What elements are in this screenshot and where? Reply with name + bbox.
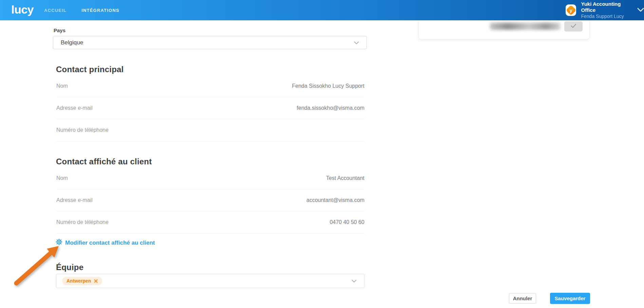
field-label: Nom — [56, 175, 68, 181]
gear-icon — [56, 239, 62, 247]
table-row: Adresse e-mail fenda.sissokho@visma.com — [56, 97, 364, 119]
confirm-check-button[interactable] — [564, 21, 583, 32]
field-value: Test Accountant — [326, 175, 364, 181]
field-value: fenda.sissokho@visma.com — [297, 105, 364, 111]
nav-item-accueil[interactable]: ACCUEIL — [44, 8, 67, 13]
section-title-equipe: Équipe — [56, 263, 367, 272]
check-icon — [571, 24, 576, 29]
chevron-down-icon — [637, 7, 644, 13]
cancel-button[interactable]: Annuler — [509, 293, 536, 304]
account-org-name: Yuki Accounting Office — [581, 1, 632, 14]
avatar: y — [566, 4, 576, 16]
field-value: 0470 40 50 60 — [330, 219, 364, 225]
account-user-name: Fenda Support Lucy — [581, 14, 632, 20]
section-title-contact-principal: Contact principal — [56, 65, 367, 74]
pays-label: Pays — [54, 27, 367, 33]
redacted-value-blur — [490, 23, 560, 30]
contact-principal-rows: Nom Fenda Sissokho Lucy Support Adresse … — [56, 75, 364, 141]
form-actions: Annuler Sauvegarder — [509, 293, 590, 304]
table-row: Adresse e-mail accountant@visma.com — [56, 189, 364, 211]
modify-contact-link[interactable]: Modifier contact affiché au client — [56, 239, 155, 247]
nav-item-integrations[interactable]: INTÉGRATIONS — [81, 8, 119, 13]
chevron-down-icon — [352, 278, 357, 284]
lucy-logo: lucy — [11, 3, 34, 16]
main-nav: ACCUEIL INTÉGRATIONS — [44, 0, 119, 20]
pays-select-value: Belgique — [61, 39, 83, 46]
remove-tag-icon[interactable] — [94, 279, 98, 283]
account-menu[interactable]: y Yuki Accounting Office Fenda Support L… — [566, 0, 644, 20]
team-tag: Antwerpen — [62, 277, 102, 285]
settings-form: Pays Belgique Contact principal Nom Fend… — [53, 20, 367, 288]
app-header: lucy ACCUEIL INTÉGRATIONS y Yuki Account… — [0, 0, 644, 20]
table-row: Nom Fenda Sissokho Lucy Support — [56, 75, 364, 97]
team-tag-label: Antwerpen — [67, 278, 91, 284]
pays-select[interactable]: Belgique — [53, 36, 367, 49]
yuki-logo-icon: y — [566, 5, 576, 15]
save-button[interactable]: Sauvegarder — [550, 293, 590, 304]
avatar-letter: y — [570, 7, 572, 13]
contact-affiche-rows: Nom Test Accountant Adresse e-mail accou… — [56, 167, 364, 233]
table-row: Numéro de téléphone 0470 40 50 60 — [56, 211, 364, 233]
equipe-multiselect[interactable]: Antwerpen — [56, 274, 364, 288]
field-value: Fenda Sissokho Lucy Support — [292, 83, 364, 89]
table-row: Nom Test Accountant — [56, 167, 364, 189]
field-label: Adresse e-mail — [56, 105, 93, 111]
field-label: Adresse e-mail — [56, 197, 93, 203]
account-text: Yuki Accounting Office Fenda Support Luc… — [581, 1, 632, 20]
chevron-down-icon — [354, 40, 359, 46]
modify-contact-link-label: Modifier contact affiché au client — [65, 240, 155, 246]
table-row: Numéro de téléphone — [56, 119, 364, 141]
field-label: Nom — [56, 83, 68, 89]
field-label: Numéro de téléphone — [56, 219, 109, 225]
field-value: accountant@visma.com — [306, 197, 364, 203]
field-label: Numéro de téléphone — [56, 127, 109, 133]
section-title-contact-affiche: Contact affiché au client — [56, 157, 367, 166]
